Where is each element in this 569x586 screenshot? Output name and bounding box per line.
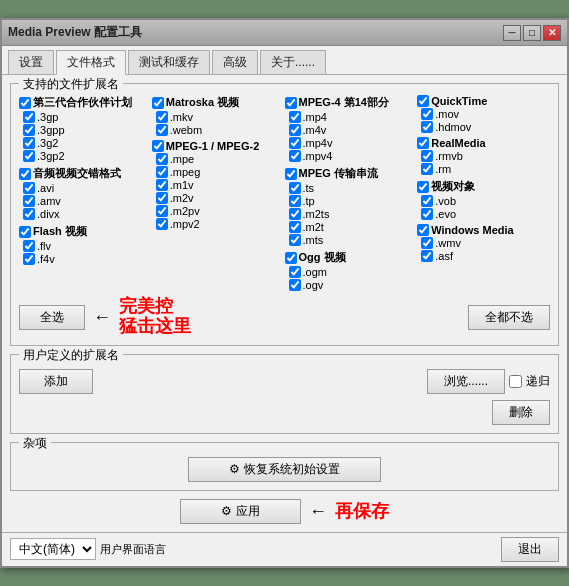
item-3gp: .3gp — [19, 111, 152, 123]
group-header-3gpp: 第三代合作伙伴计划 — [19, 95, 152, 110]
checkbox-tp[interactable] — [289, 195, 301, 207]
checkbox-m2v[interactable] — [156, 192, 168, 204]
checkbox-amv[interactable] — [23, 195, 35, 207]
checkbox-mp4v[interactable] — [289, 137, 301, 149]
item-webm: .webm — [152, 124, 285, 136]
checkbox-evo[interactable] — [421, 208, 433, 220]
checkbox-3g2[interactable] — [23, 137, 35, 149]
language-dropdown[interactable]: 中文(简体) — [10, 538, 96, 560]
checkbox-mpeg[interactable] — [156, 166, 168, 178]
checkbox-matroska-group[interactable] — [152, 97, 164, 109]
checkbox-webm[interactable] — [156, 124, 168, 136]
checkbox-realmedia-group[interactable] — [417, 137, 429, 149]
checkbox-ogg-group[interactable] — [285, 252, 297, 264]
group-label-matroska: Matroska 视频 — [166, 95, 239, 110]
item-3gp2: .3gp2 — [19, 150, 152, 162]
checkbox-m2pv[interactable] — [156, 205, 168, 217]
checkbox-m1v[interactable] — [156, 179, 168, 191]
item-avi: .avi — [19, 182, 152, 194]
checkbox-flv[interactable] — [23, 240, 35, 252]
checkbox-mpv2[interactable] — [156, 218, 168, 230]
label-amv: .amv — [37, 195, 61, 207]
exit-button[interactable]: 退出 — [501, 537, 559, 562]
label-m2pv: .m2pv — [170, 205, 200, 217]
label-rmvb: .rmvb — [435, 150, 463, 162]
label-asf: .asf — [435, 250, 453, 262]
label-vob: .vob — [435, 195, 456, 207]
misc-label: 杂项 — [19, 435, 51, 452]
checkbox-m2t[interactable] — [289, 221, 301, 233]
label-m4v: .m4v — [303, 124, 327, 136]
checkbox-m2ts[interactable] — [289, 208, 301, 220]
select-all-button[interactable]: 全选 — [19, 305, 85, 330]
col-2: Matroska 视频 .mkv .webm MPEG-1 / MPEG-2 — [152, 92, 285, 291]
checkbox-wmv[interactable] — [421, 237, 433, 249]
label-m2v: .m2v — [170, 192, 194, 204]
checkbox-vob[interactable] — [421, 195, 433, 207]
checkbox-asf[interactable] — [421, 250, 433, 262]
checkbox-quicktime-group[interactable] — [417, 95, 429, 107]
group-header-avi: 音频视频交错格式 — [19, 166, 152, 181]
checkbox-avi-group[interactable] — [19, 168, 31, 180]
tab-about[interactable]: 关于...... — [260, 50, 326, 74]
group-header-realmedia: RealMedia — [417, 137, 550, 149]
minimize-button[interactable]: ─ — [503, 25, 521, 41]
checkbox-m4v[interactable] — [289, 124, 301, 136]
checkbox-3gpp-group[interactable] — [19, 97, 31, 109]
restore-btn-row: ⚙恢复系统初始设置 — [19, 457, 550, 482]
maximize-button[interactable]: □ — [523, 25, 541, 41]
checkbox-mp4[interactable] — [289, 111, 301, 123]
checkbox-mov[interactable] — [421, 108, 433, 120]
checkbox-3gp[interactable] — [23, 111, 35, 123]
item-m2ts: .m2ts — [285, 208, 418, 220]
checkbox-avi[interactable] — [23, 182, 35, 194]
checkbox-flash-group[interactable] — [19, 226, 31, 238]
browse-button[interactable]: 浏览...... — [427, 369, 505, 394]
checkbox-3gpp[interactable] — [23, 124, 35, 136]
group-header-quicktime: QuickTime — [417, 95, 550, 107]
checkbox-f4v[interactable] — [23, 253, 35, 265]
checkbox-mpeg-ts-group[interactable] — [285, 168, 297, 180]
close-button[interactable]: ✕ — [543, 25, 561, 41]
checkbox-divx[interactable] — [23, 208, 35, 220]
checkbox-mts[interactable] — [289, 234, 301, 246]
label-hdmov: .hdmov — [435, 121, 471, 133]
checkbox-ts[interactable] — [289, 182, 301, 194]
checkbox-mpe[interactable] — [156, 153, 168, 165]
apply-annotation: 再保存 — [335, 499, 389, 523]
checkbox-hdmov[interactable] — [421, 121, 433, 133]
checkbox-rmvb[interactable] — [421, 150, 433, 162]
tab-advanced[interactable]: 高级 — [212, 50, 258, 74]
checkbox-mpeg4-group[interactable] — [285, 97, 297, 109]
group-label-flash: Flash 视频 — [33, 224, 87, 239]
tab-content: 支持的文件扩展名 第三代合作伙伴计划 .3gp .3gpp — [2, 75, 567, 532]
deselect-all-button[interactable]: 全都不选 — [468, 305, 550, 330]
item-f4v: .f4v — [19, 253, 152, 265]
checkbox-mpeg12-group[interactable] — [152, 140, 164, 152]
apply-button[interactable]: ⚙应用 — [180, 499, 301, 524]
checkbox-mkv[interactable] — [156, 111, 168, 123]
item-m2pv: .m2pv — [152, 205, 285, 217]
checkbox-recursive[interactable] — [509, 375, 522, 388]
checkbox-ogm[interactable] — [289, 266, 301, 278]
delete-button[interactable]: 删除 — [492, 400, 550, 425]
group-label-mpeg-ts: MPEG 传输串流 — [299, 166, 378, 181]
add-button[interactable]: 添加 — [19, 369, 93, 394]
group-label-windows-media: Windows Media — [431, 224, 513, 236]
select-all-annotation: 完美控猛击这里 — [119, 297, 191, 337]
restore-button[interactable]: ⚙恢复系统初始设置 — [188, 457, 381, 482]
checkbox-windows-media-group[interactable] — [417, 224, 429, 236]
checkbox-vob-group[interactable] — [417, 181, 429, 193]
group-header-matroska: Matroska 视频 — [152, 95, 285, 110]
checkbox-mpv4[interactable] — [289, 150, 301, 162]
group-header-vob: 视频对象 — [417, 179, 550, 194]
tab-settings[interactable]: 设置 — [8, 50, 54, 74]
checkbox-ogv[interactable] — [289, 279, 301, 291]
checkbox-3gp2[interactable] — [23, 150, 35, 162]
tab-file-format[interactable]: 文件格式 — [56, 50, 126, 75]
tab-test-cache[interactable]: 测试和缓存 — [128, 50, 210, 74]
file-types-section: 支持的文件扩展名 第三代合作伙伴计划 .3gp .3gpp — [10, 83, 559, 346]
checkbox-rm[interactable] — [421, 163, 433, 175]
item-mts: .mts — [285, 234, 418, 246]
file-types-label: 支持的文件扩展名 — [19, 76, 123, 93]
